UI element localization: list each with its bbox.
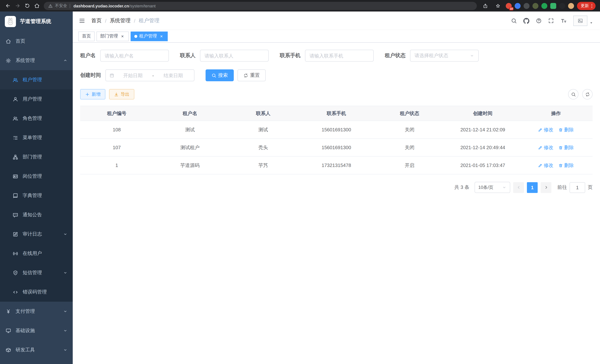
- pencil-icon: [538, 127, 543, 132]
- user-avatar-menu[interactable]: [573, 16, 593, 26]
- page-size-select[interactable]: 10条/页: [475, 182, 510, 193]
- toolbar-right: [568, 89, 593, 99]
- browser-forward-button[interactable]: [13, 1, 22, 10]
- extension-icon-1[interactable]: 10: [506, 3, 512, 9]
- navbar-actions: [511, 16, 593, 26]
- date-start-input[interactable]: [116, 73, 150, 78]
- fullscreen-button[interactable]: [548, 18, 554, 24]
- bookmark-star-button[interactable]: [493, 1, 503, 10]
- delete-link[interactable]: 删除: [559, 144, 574, 151]
- toolbox-icon: [6, 347, 11, 353]
- chevron-down-icon: [63, 232, 67, 236]
- pagination-total: 共 3 条: [454, 184, 469, 191]
- sidebar-item-user[interactable]: 用户管理: [0, 89, 73, 109]
- page-content: 租户名 联系人 联系手机 租户状态 请选择租户状态: [73, 43, 600, 364]
- browser-update-button[interactable]: 更新: [577, 2, 596, 10]
- app-logo[interactable]: 芋道管理系统: [0, 11, 73, 32]
- font-size-button[interactable]: [560, 18, 567, 24]
- phone-input[interactable]: [309, 53, 369, 58]
- profile-avatar-icon[interactable]: [568, 3, 574, 9]
- date-range-picker[interactable]: -: [105, 69, 194, 81]
- add-button[interactable]: 新增: [80, 89, 105, 99]
- breadcrumb-home[interactable]: 首页: [91, 18, 102, 24]
- security-label[interactable]: 不安全: [55, 3, 67, 9]
- breadcrumb-system[interactable]: 系统管理: [110, 18, 131, 24]
- user-icon: [13, 96, 18, 102]
- filter-phone: 联系手机: [280, 50, 374, 62]
- search-button[interactable]: 搜索: [206, 69, 234, 81]
- next-page-button[interactable]: [541, 182, 551, 193]
- extension-icon-2[interactable]: [515, 3, 521, 9]
- extension-icon-3[interactable]: [524, 3, 529, 9]
- header-search-button[interactable]: [511, 18, 517, 24]
- tenant-icon: [13, 77, 18, 83]
- prev-page-button[interactable]: [513, 182, 524, 193]
- breadcrumb-separator: /: [105, 18, 106, 24]
- extension-icon-7[interactable]: [559, 3, 565, 9]
- goto-page-input[interactable]: [570, 182, 585, 193]
- github-button[interactable]: [523, 18, 529, 24]
- reset-button[interactable]: 重置: [237, 69, 266, 81]
- browser-home-button[interactable]: [32, 1, 42, 10]
- edit-link[interactable]: 修改: [538, 126, 553, 133]
- edit-link[interactable]: 修改: [538, 162, 553, 169]
- tab-home[interactable]: 首页: [78, 31, 95, 41]
- monitor-icon: [6, 328, 11, 333]
- sidebar-item-infra[interactable]: 基础设施: [0, 321, 73, 340]
- share-button[interactable]: [480, 1, 490, 10]
- extension-icon-5[interactable]: [541, 3, 547, 9]
- sidebar-item-home[interactable]: 首页: [0, 32, 73, 51]
- sidebar-item-tenant[interactable]: 租户管理: [0, 70, 73, 89]
- yen-icon: [6, 308, 11, 314]
- sidebar: 芋道管理系统 首页 系统管理 租户管理 用户管理: [0, 11, 73, 364]
- sidebar-item-error-code[interactable]: 错误码管理: [0, 282, 73, 302]
- sidebar-item-dept[interactable]: 部门管理: [0, 147, 73, 167]
- extension-icon-6[interactable]: [550, 3, 556, 9]
- toggle-search-button[interactable]: [568, 89, 579, 99]
- tenant-name-input[interactable]: [105, 53, 164, 58]
- contact-label: 联系人: [180, 52, 196, 59]
- export-button[interactable]: 导出: [109, 89, 134, 99]
- sidebar-item-online-user[interactable]: 在线用户: [0, 244, 73, 263]
- chevron-down-icon: [63, 271, 67, 275]
- docs-help-button[interactable]: [536, 18, 542, 24]
- close-icon[interactable]: ×: [120, 34, 125, 39]
- address-bar[interactable]: 不安全 dashboard.yudao.iocoder.cn /system/t…: [44, 2, 477, 10]
- extension-icon-4[interactable]: [533, 3, 538, 9]
- sidebar-item-sms[interactable]: 短信管理: [0, 263, 73, 282]
- browser-back-button[interactable]: [3, 1, 13, 10]
- sidebar-item-notice[interactable]: 通知公告: [0, 205, 73, 224]
- sidebar-item-menu[interactable]: 菜单管理: [0, 128, 73, 147]
- sidebar-item-pay[interactable]: 支付管理: [0, 302, 73, 321]
- cell-created: 2021-12-14 20:49:44: [446, 139, 519, 156]
- sidebar-item-post[interactable]: 岗位管理: [0, 167, 73, 186]
- app-title: 芋道管理系统: [20, 18, 51, 25]
- delete-link[interactable]: 删除: [559, 126, 574, 133]
- sidebar-item-devtools[interactable]: 研发工具: [0, 340, 73, 360]
- page-number-1[interactable]: 1: [527, 182, 538, 193]
- trash-icon: [559, 145, 563, 150]
- edit-link[interactable]: 修改: [538, 144, 553, 151]
- extension-badge: 10: [509, 7, 514, 10]
- sidebar-item-dict[interactable]: 字典管理: [0, 186, 73, 205]
- date-end-input[interactable]: [156, 73, 190, 78]
- browser-reload-button[interactable]: [22, 1, 32, 10]
- sidebar-toggle-button[interactable]: [79, 18, 85, 24]
- close-icon[interactable]: ×: [159, 34, 164, 39]
- cell-id: 107: [80, 139, 153, 156]
- col-header-created: 创建时间: [446, 106, 519, 121]
- cell-name: 芋道源码: [153, 156, 227, 174]
- status-label: 租户状态: [385, 52, 406, 59]
- url-host: dashboard.yudao.iocoder.cn: [74, 3, 129, 8]
- col-header-id: 租户编号: [80, 106, 153, 121]
- tab-dept[interactable]: 部门管理 ×: [96, 31, 129, 41]
- refresh-table-button[interactable]: [582, 89, 593, 99]
- sidebar-item-role[interactable]: 角色管理: [0, 109, 73, 128]
- tab-tenant[interactable]: 租户管理 ×: [131, 31, 168, 41]
- delete-link[interactable]: 删除: [559, 162, 574, 169]
- cell-contact: 测试: [226, 121, 300, 139]
- status-select[interactable]: 请选择租户状态: [410, 50, 479, 62]
- sidebar-item-system[interactable]: 系统管理: [0, 51, 73, 70]
- contact-input[interactable]: [205, 53, 264, 58]
- sidebar-item-audit-log[interactable]: 审计日志: [0, 224, 73, 244]
